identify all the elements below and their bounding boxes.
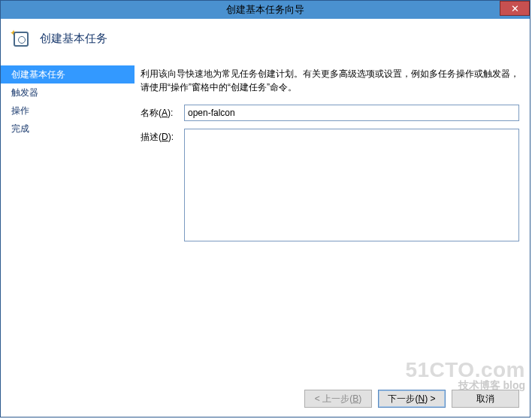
wizard-header: 创建基本任务 [1, 19, 530, 58]
wizard-window: 创建基本任务向导 ✕ 创建基本任务 创建基本任务 触发器 操作 完成 [0, 0, 530, 417]
sidebar-item-label: 创建基本任务 [11, 69, 65, 80]
close-button[interactable]: ✕ [500, 1, 530, 16]
next-button[interactable]: 下一步(N) > [378, 390, 446, 408]
name-row: 名称(A): [141, 105, 519, 121]
task-clock-icon [11, 29, 29, 47]
sidebar-item-label: 触发器 [11, 87, 38, 98]
wizard-main: 利用该向导快速地为常见任务创建计划。有关更多高级选项或设置，例如多任务操作或触发… [135, 58, 530, 403]
titlebar: 创建基本任务向导 ✕ [1, 1, 530, 19]
cancel-button[interactable]: 取消 [452, 390, 519, 408]
back-button: < 上一步(B) [304, 390, 372, 408]
wizard-sidebar: 创建基本任务 触发器 操作 完成 [1, 58, 135, 403]
intro-text: 利用该向导快速地为常见任务创建计划。有关更多高级选项或设置，例如多任务操作或触发… [141, 67, 519, 94]
close-icon: ✕ [511, 3, 519, 14]
sidebar-item-label: 操作 [11, 105, 29, 116]
sidebar-item-trigger[interactable]: 触发器 [1, 83, 135, 102]
name-label: 名称(A): [141, 105, 184, 120]
description-label: 描述(D): [141, 129, 184, 144]
window-title: 创建基本任务向导 [226, 3, 304, 17]
sidebar-item-label: 完成 [11, 123, 29, 134]
description-row: 描述(D): [141, 129, 519, 241]
wizard-footer: < 上一步(B) 下一步(N) > 取消 [304, 390, 519, 408]
sidebar-item-create-task[interactable]: 创建基本任务 [1, 65, 135, 83]
sidebar-item-finish[interactable]: 完成 [1, 120, 135, 138]
wizard-body: 创建基本任务 触发器 操作 完成 利用该向导快速地为常见任务创建计划。有关更多高… [1, 58, 530, 403]
sidebar-item-action[interactable]: 操作 [1, 102, 135, 120]
description-input[interactable] [184, 129, 519, 241]
wizard-header-title: 创建基本任务 [40, 32, 107, 46]
name-input[interactable] [184, 105, 519, 121]
